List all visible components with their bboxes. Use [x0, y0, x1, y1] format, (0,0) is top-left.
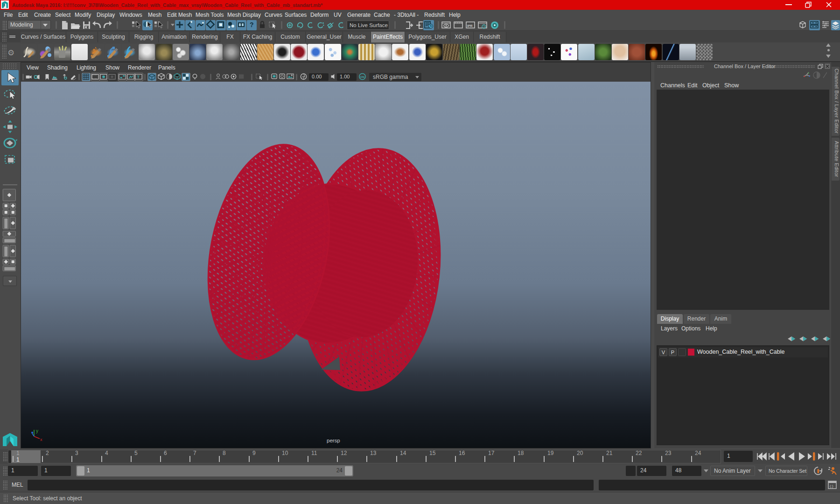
svg-text:{;}: {;} [830, 484, 833, 488]
svg-text:x: x [40, 437, 42, 442]
svg-text:IPR: IPR [467, 24, 473, 28]
svg-text:y: y [36, 428, 38, 434]
svg-text:ON: ON [360, 75, 365, 78]
svg-text:?: ? [250, 21, 254, 28]
svg-text:T: T [137, 75, 140, 79]
svg-text:persp: persp [327, 438, 340, 443]
